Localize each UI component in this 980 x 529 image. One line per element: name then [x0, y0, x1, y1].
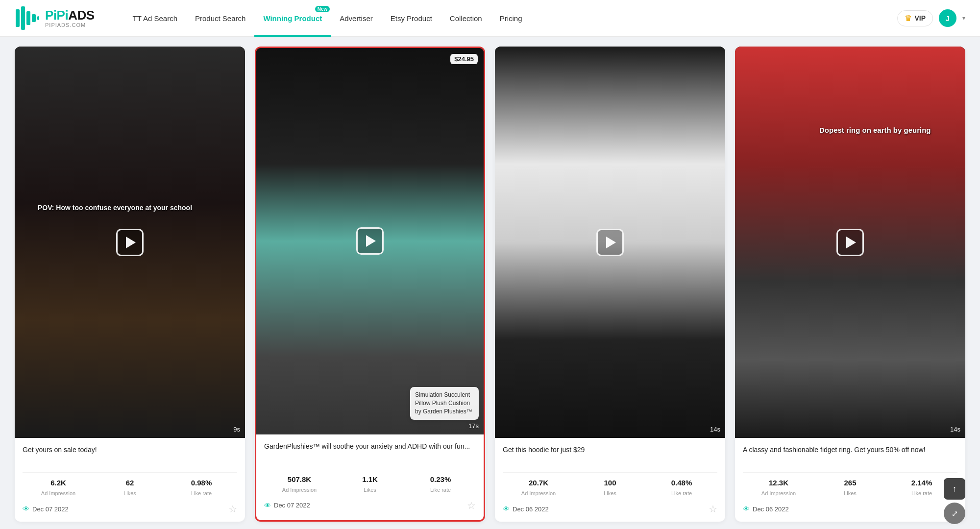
- stat-likes-4: 265 Likes: [814, 479, 886, 497]
- play-button-2[interactable]: [356, 227, 384, 255]
- play-icon-4: [846, 237, 856, 248]
- logo-icon: [15, 5, 40, 31]
- ad-card-1[interactable]: POV: How too confuse everyone at your sc…: [15, 47, 245, 522]
- eye-icon-1: 👁: [23, 505, 29, 513]
- date-2: Dec 07 2022: [274, 502, 310, 509]
- chevron-down-icon[interactable]: ▾: [962, 15, 965, 22]
- ad-card-3[interactable]: 14s Get this hoodie for just $29 20.7K A…: [495, 47, 725, 522]
- stat-impression-lbl-1: Ad Impression: [41, 490, 75, 496]
- duration-2: 17s: [468, 422, 479, 430]
- card-title-3: Get this hoodie for just $29: [503, 445, 717, 465]
- star-icon-3[interactable]: ☆: [709, 503, 717, 515]
- stat-likes-lbl-3: Likes: [604, 490, 616, 496]
- nav-collection[interactable]: Collection: [441, 0, 491, 37]
- play-button-4[interactable]: [836, 229, 864, 256]
- play-button-3[interactable]: [596, 229, 624, 256]
- crown-icon: ♛: [905, 14, 911, 23]
- header: PiPiADS PIPIADS.COM TT Ad Search Product…: [0, 0, 980, 37]
- eye-icon-3: 👁: [503, 505, 510, 513]
- stats-row-3: 20.7K Ad Impression 100 Likes 0.48% Like…: [503, 472, 717, 497]
- scroll-up-button[interactable]: ↑: [944, 478, 965, 500]
- stat-likerate-val-1: 0.98%: [166, 479, 237, 487]
- main-content: POV: How too confuse everyone at your sc…: [0, 37, 980, 529]
- card-body-3: Get this hoodie for just $29 20.7K Ad Im…: [495, 438, 725, 497]
- nav-advertiser[interactable]: Advertiser: [331, 0, 382, 37]
- date-row-4: 👁 Dec 06 2022: [743, 505, 789, 513]
- vip-button[interactable]: ♛ VIP: [897, 10, 933, 26]
- stats-row-1: 6.2K Ad Impression 62 Likes 0.98% Like r…: [23, 472, 237, 497]
- stat-likes-2: 1.1K Likes: [335, 475, 405, 494]
- stat-impression-2: 507.8K Ad Impression: [264, 475, 335, 494]
- logo-text: PiPiADS: [45, 8, 95, 23]
- card-title-1: Get yours on sale today!: [23, 445, 237, 465]
- card-title-2: GardenPlushies™ will soothe your anxiety…: [264, 441, 476, 462]
- date-row-3: 👁 Dec 06 2022: [503, 505, 549, 513]
- stat-impression-val-3: 20.7K: [503, 479, 574, 487]
- avatar[interactable]: J: [939, 9, 956, 27]
- arrow-up-icon: ↑: [953, 484, 957, 494]
- stat-likes-lbl-2: Likes: [364, 487, 376, 493]
- nav-product-search[interactable]: Product Search: [186, 0, 254, 37]
- new-badge: New: [315, 6, 330, 12]
- stat-likerate-2: 0.23% Like rate: [405, 475, 476, 494]
- stat-impression-3: 20.7K Ad Impression: [503, 479, 574, 497]
- card-grid: POV: How too confuse everyone at your sc…: [15, 47, 965, 522]
- overlay-text-4: Dopest ring on earth by geuring: [819, 125, 931, 135]
- card-footer-3: 👁 Dec 06 2022 ☆: [495, 497, 725, 522]
- stat-likes-val-4: 265: [814, 479, 886, 487]
- duration-4: 14s: [950, 426, 960, 433]
- card-body-4: A classy and fashionable fidget ring. Ge…: [735, 438, 965, 497]
- expand-icon: ⤢: [952, 509, 958, 518]
- card-body-1: Get yours on sale today! 6.2K Ad Impress…: [15, 438, 245, 497]
- stat-likerate-val-3: 0.48%: [646, 479, 717, 487]
- stat-likerate-lbl-4: Like rate: [911, 490, 932, 496]
- expand-button[interactable]: ⤢: [944, 503, 965, 524]
- nav-tt-ad-search[interactable]: TT Ad Search: [124, 0, 186, 37]
- stat-impression-lbl-3: Ad Impression: [521, 490, 556, 496]
- stat-likerate-3: 0.48% Like rate: [646, 479, 717, 497]
- svg-rect-0: [16, 9, 20, 27]
- duration-3: 14s: [710, 426, 720, 433]
- stat-likerate-val-2: 0.23%: [405, 475, 476, 483]
- eye-icon-4: 👁: [743, 505, 750, 513]
- stat-impression-4: 12.3K Ad Impression: [743, 479, 814, 497]
- card-title-4: A classy and fashionable fidget ring. Ge…: [743, 445, 957, 465]
- date-row-1: 👁 Dec 07 2022: [23, 505, 69, 513]
- svg-rect-4: [37, 16, 39, 20]
- eye-icon-2: 👁: [264, 502, 271, 509]
- stats-row-4: 12.3K Ad Impression 265 Likes 2.14% Like…: [743, 472, 957, 497]
- card-footer-2: 👁 Dec 07 2022 ☆: [256, 494, 484, 518]
- price-tag-2: $24.95: [450, 54, 478, 64]
- card-thumb-2: $24.95 Simulation Succulent Pillow Plush…: [256, 48, 484, 434]
- ad-card-4[interactable]: Dopest ring on earth by geuring 14s A cl…: [735, 47, 965, 522]
- play-icon-1: [126, 237, 136, 248]
- svg-rect-2: [26, 11, 30, 25]
- stat-likes-val-3: 100: [574, 479, 646, 487]
- date-4: Dec 06 2022: [753, 505, 789, 513]
- logo-sub: PIPIADS.COM: [45, 22, 95, 28]
- stat-likes-lbl-4: Likes: [844, 490, 857, 496]
- stat-likerate-lbl-3: Like rate: [671, 490, 692, 496]
- nav-pricing[interactable]: Pricing: [491, 0, 531, 37]
- product-tooltip-2: Simulation Succulent Pillow Plush Cushio…: [410, 387, 479, 419]
- stat-likerate-lbl-2: Like rate: [430, 487, 451, 493]
- date-row-2: 👁 Dec 07 2022: [264, 502, 310, 509]
- play-icon-2: [366, 235, 376, 247]
- header-right: ♛ VIP J ▾: [897, 9, 965, 27]
- stat-impression-val-2: 507.8K: [264, 475, 335, 483]
- ad-card-2[interactable]: $24.95 Simulation Succulent Pillow Plush…: [255, 47, 485, 522]
- card-thumb-4: Dopest ring on earth by geuring 14s: [735, 47, 965, 438]
- stat-likes-1: 62 Likes: [94, 479, 166, 497]
- svg-rect-3: [32, 14, 36, 22]
- nav-winning-product[interactable]: Winning Product New: [254, 0, 331, 37]
- star-icon-1[interactable]: ☆: [228, 503, 237, 515]
- stat-impression-lbl-2: Ad Impression: [282, 487, 317, 493]
- stat-impression-val-4: 12.3K: [743, 479, 814, 487]
- nav-etsy-product[interactable]: Etsy Product: [382, 0, 441, 37]
- card-footer-1: 👁 Dec 07 2022 ☆: [15, 497, 245, 522]
- play-button-1[interactable]: [116, 229, 144, 256]
- overlay-text-1: POV: How too confuse everyone at your sc…: [38, 203, 192, 213]
- stat-impression-val-1: 6.2K: [23, 479, 94, 487]
- stat-likes-3: 100 Likes: [574, 479, 646, 497]
- star-icon-2[interactable]: ☆: [467, 500, 476, 511]
